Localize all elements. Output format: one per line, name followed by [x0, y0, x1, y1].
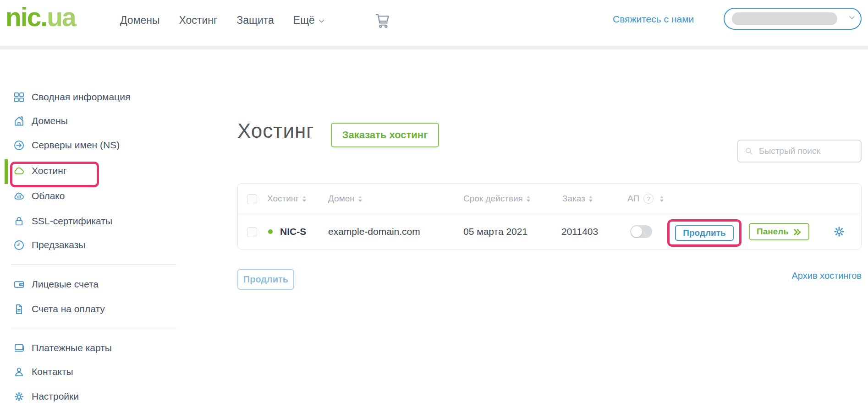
chevron-down-icon [849, 16, 855, 20]
row-checkbox[interactable] [247, 227, 257, 237]
nav-item-label: Ещё [293, 14, 315, 27]
nav-item-more[interactable]: Ещё [293, 14, 324, 27]
double-chevron-right-icon [793, 228, 802, 236]
nav-item-domains[interactable]: Домены [120, 14, 159, 27]
main-content: Хостинг Заказать хостинг Хостинг Домен С… [0, 49, 868, 412]
quick-search [737, 140, 862, 163]
order-number: 2011403 [561, 214, 598, 249]
autorenew-toggle[interactable] [630, 225, 652, 238]
nav-item-label: Хостинг [179, 14, 217, 27]
page: nic.ua Домены Хостинг Защита Ещё Свяжите… [0, 0, 868, 412]
column-header-order[interactable]: Заказ [562, 184, 593, 214]
table-row: NIC-S example-domain.com 05 марта 2021 2… [238, 214, 861, 249]
page-title: Хостинг [237, 119, 314, 142]
nav-item-label: Домены [120, 14, 159, 27]
column-header-label: Хостинг [267, 194, 299, 204]
search-icon [744, 146, 753, 156]
sort-icon[interactable] [589, 196, 593, 202]
panel-button[interactable]: Панель [749, 223, 809, 240]
brand-logo-part2: ua [47, 2, 76, 32]
search-input[interactable] [758, 146, 852, 157]
brand-logo[interactable]: nic.ua [5, 3, 76, 31]
nav-item-protection[interactable]: Защита [236, 14, 274, 27]
column-header-label: АП [627, 194, 639, 204]
domain-name: example-domain.com [328, 214, 420, 249]
expiry-date: 05 марта 2021 [463, 214, 527, 249]
account-name-placeholder [732, 12, 837, 25]
main-nav: Домены Хостинг Защита Ещё [120, 0, 324, 40]
panel-button-label: Панель [757, 227, 789, 237]
hosting-name: NIC-S [280, 214, 306, 249]
hosting-table: Хостинг Домен Срок действия Заказ АП [237, 183, 862, 249]
top-bar: nic.ua Домены Хостинг Защита Ещё Свяжите… [0, 0, 868, 46]
column-header-hosting[interactable]: Хостинг [267, 184, 306, 214]
contact-link[interactable]: Свяжитесь с нами [613, 0, 694, 38]
table-header: Хостинг Домен Срок действия Заказ АП [238, 184, 861, 214]
sort-icon[interactable] [660, 196, 664, 202]
row-settings-gear-icon[interactable] [832, 225, 846, 239]
sort-icon[interactable] [302, 196, 306, 202]
renew-button[interactable]: Продлить [675, 225, 734, 241]
nav-item-hosting[interactable]: Хостинг [179, 14, 217, 27]
header-divider-strip [0, 46, 868, 49]
cart-icon[interactable] [373, 11, 392, 30]
column-header-domain[interactable]: Домен [328, 184, 362, 214]
account-pill[interactable] [724, 8, 862, 30]
select-all-checkbox[interactable] [247, 194, 257, 204]
status-dot [268, 229, 273, 234]
column-header-term[interactable]: Срок действия [463, 184, 530, 214]
help-icon[interactable]: ? [643, 194, 654, 204]
column-header-label: Срок действия [463, 194, 523, 204]
order-hosting-button[interactable]: Заказать хостинг [331, 123, 439, 147]
nav-item-label: Защита [236, 14, 274, 27]
brand-logo-part1: nic. [5, 2, 47, 32]
sort-icon[interactable] [527, 196, 530, 202]
column-header-autorenew[interactable]: АП ? [627, 184, 664, 214]
archive-link[interactable]: Архив хостингов [792, 271, 862, 281]
highlight-annotation-renew: Продлить [667, 219, 742, 247]
sort-icon[interactable] [358, 196, 362, 202]
column-header-label: Заказ [562, 194, 585, 204]
chevron-down-icon [319, 19, 324, 23]
renew-selected-button[interactable]: Продлить [237, 269, 294, 290]
column-header-label: Домен [328, 194, 355, 204]
